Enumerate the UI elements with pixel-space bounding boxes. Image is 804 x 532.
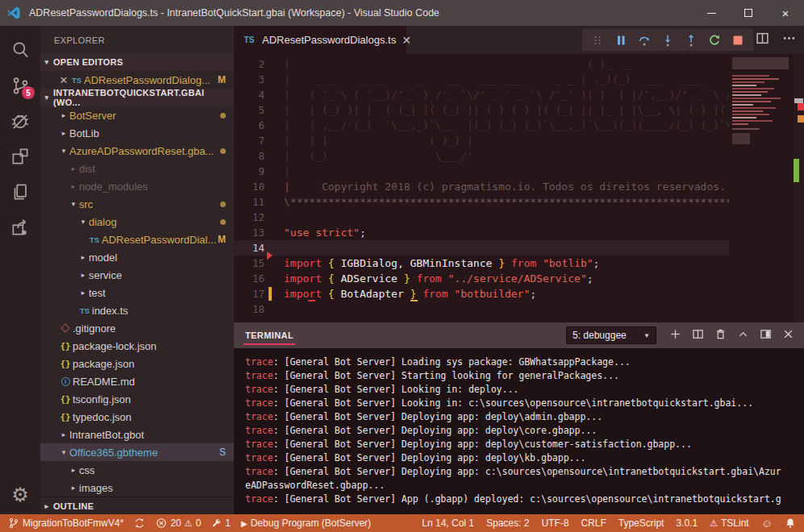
more-actions-icon[interactable]: [782, 31, 796, 48]
tree-file-index-ts[interactable]: TSindex.ts: [40, 301, 234, 319]
search-icon[interactable]: [0, 32, 40, 68]
tree-file-package-lock-json[interactable]: {}package-lock.json: [40, 337, 234, 355]
code-line[interactable]: 8| (_) \___/': [234, 148, 729, 164]
step-out-button[interactable]: [681, 31, 701, 49]
code-line[interactable]: 6| | ,__/'(_) `\__,_)`\__ |(_) (_) (_)`\…: [234, 118, 729, 133]
close-button[interactable]: ×: [767, 0, 804, 26]
code-line[interactable]: 2| ( )_ _: [234, 56, 729, 72]
stop-button[interactable]: [728, 31, 748, 49]
tree-folder-images[interactable]: ▸images: [40, 479, 234, 497]
tree-folder-src[interactable]: ▾src: [40, 195, 234, 213]
tslint-item[interactable]: ⚠ TSLint: [710, 517, 749, 529]
code-line[interactable]: 11\*************************************…: [234, 194, 729, 210]
code-line[interactable]: 14: [234, 240, 729, 256]
line-number[interactable]: 17: [234, 286, 265, 301]
code-line[interactable]: 3| _ _ _ __ _ _ __ ___ ___ _ _ | ,_)(_) …: [234, 72, 729, 87]
tree-folder-intranetbot-gbot[interactable]: ▸IntranetBot.gbot: [40, 426, 234, 443]
panel-layout-icon[interactable]: [760, 328, 772, 343]
notifications-bell-icon[interactable]: [785, 517, 796, 529]
tree-file-package-json[interactable]: {}package.json: [40, 355, 234, 372]
line-number[interactable]: 13: [234, 225, 265, 240]
code-line[interactable]: 7| | | ( )_) |: [234, 133, 729, 148]
line-number[interactable]: 2: [234, 56, 265, 72]
code-line[interactable]: 18: [234, 301, 729, 317]
tab-close-icon[interactable]: ✕: [402, 34, 411, 47]
code-lines[interactable]: 2| ( )_ _3| _ _ _ __ _ _ __ ___ ___ _ _ …: [234, 54, 729, 322]
workspace-header[interactable]: ▾ INTRANETBOTQUICKSTART.GBAI (WO...: [40, 89, 234, 106]
tree-folder-node-modules[interactable]: ▸node_modules: [40, 177, 234, 195]
tab-terminal[interactable]: TERMINAL: [244, 324, 295, 347]
tree-folder-model[interactable]: ▸model: [40, 248, 234, 266]
tree-folder-botlib[interactable]: ▸BotLib: [40, 124, 234, 142]
line-number[interactable]: 8: [234, 148, 265, 164]
minimap[interactable]: [729, 54, 794, 322]
code-line[interactable]: 10| Copyright 2018 (c) pragmatismo.io. T…: [234, 179, 729, 194]
code-editor[interactable]: 2| ( )_ _3| _ _ _ __ _ _ __ ___ ___ _ _ …: [234, 54, 804, 322]
code-line[interactable]: 4| ( '_`\ ( '__)/'_` ) /'_ `\/' _ ` _ `\…: [234, 87, 729, 102]
split-editor-icon[interactable]: [756, 31, 769, 48]
debug-status-item[interactable]: ▶ Debug Program (BotServer): [241, 517, 371, 529]
sync-item[interactable]: [134, 517, 145, 529]
documents-icon[interactable]: [0, 174, 40, 210]
indentation-item[interactable]: Spaces: 2: [486, 517, 529, 529]
code-line[interactable]: 17import { BotAdapter } from "botbuilder…: [234, 286, 729, 301]
source-control-icon[interactable]: 5: [0, 68, 40, 103]
tree-file-tsconfig-json[interactable]: {}tsconfig.json: [40, 390, 234, 408]
tree-folder-css[interactable]: ▸css: [40, 461, 234, 479]
encoding-item[interactable]: UTF-8: [541, 517, 569, 529]
problems-item[interactable]: 20 ⚠ 0: [156, 517, 201, 529]
line-number[interactable]: 15: [234, 256, 265, 271]
tree-file-gitignore[interactable]: .gitignore: [40, 319, 234, 337]
outline-header[interactable]: ▸ OUTLINE: [40, 497, 234, 514]
tree-file-typedoc-json[interactable]: {}typedoc.json: [40, 408, 234, 426]
code-line[interactable]: 12: [234, 210, 729, 225]
restart-button[interactable]: [705, 31, 724, 49]
line-number[interactable]: 5: [234, 102, 265, 118]
open-editor-item[interactable]: ✕ TS ADResetPasswordDialog... M: [40, 71, 234, 89]
line-number[interactable]: 11: [234, 194, 265, 210]
new-terminal-icon[interactable]: [669, 328, 681, 343]
feedback-smiley-icon[interactable]: ☺: [761, 517, 773, 530]
line-number[interactable]: 10: [234, 179, 265, 194]
line-number[interactable]: 4: [234, 87, 265, 102]
terminal-output[interactable]: trace: [General Bot Server] Loading sys …: [234, 348, 804, 514]
split-terminal-icon[interactable]: [692, 328, 704, 343]
tree-folder-test[interactable]: ▸test: [40, 284, 234, 301]
minimize-button[interactable]: [693, 0, 730, 26]
maximize-button[interactable]: [730, 0, 767, 26]
tree-folder-dist[interactable]: ▸dist: [40, 160, 234, 177]
line-number[interactable]: 6: [234, 118, 265, 133]
pause-button[interactable]: [611, 31, 631, 49]
tree-file-adresetpassworddial[interactable]: TSADResetPasswordDial...M: [40, 231, 234, 248]
maximize-panel-icon[interactable]: [737, 328, 749, 343]
ts-version-item[interactable]: 3.0.1: [676, 517, 698, 529]
overview-ruler[interactable]: [794, 54, 804, 322]
debug-icon[interactable]: [0, 103, 40, 139]
extensions-icon[interactable]: [0, 139, 40, 174]
tools-item[interactable]: 1: [211, 517, 231, 529]
line-number[interactable]: 9: [234, 164, 265, 179]
tree-folder-service[interactable]: ▸service: [40, 266, 234, 284]
terminal-select[interactable]: 5: debuggee ▼: [566, 326, 656, 344]
tab-adresetpassworddialogs[interactable]: TS ADResetPasswordDialogs.ts ✕: [234, 26, 406, 54]
cursor-position-item[interactable]: Ln 14, Col 1: [422, 517, 474, 529]
step-over-button[interactable]: [635, 31, 654, 49]
kill-terminal-icon[interactable]: [714, 328, 727, 343]
line-number[interactable]: 14: [234, 240, 265, 256]
open-editors-header[interactable]: ▾ OPEN EDITORS: [40, 53, 234, 71]
git-branch-item[interactable]: MigrationToBotFmwV4*: [8, 517, 123, 529]
code-line[interactable]: 5| | (_) )| | ( (_| |( (_) || ( ) ( ) |(…: [234, 102, 729, 118]
settings-gear-icon[interactable]: ⚙: [11, 485, 29, 505]
share-icon[interactable]: [0, 210, 40, 245]
tree-folder-office365-gbtheme[interactable]: ▾Office365.gbthemeS: [40, 443, 234, 461]
tree-folder-azureadpasswordreset-gba[interactable]: ▾AzureADPasswordReset.gba...: [40, 142, 234, 160]
code-line[interactable]: 13"use strict";: [234, 225, 729, 240]
close-panel-icon[interactable]: [782, 328, 794, 343]
language-mode-item[interactable]: TypeScript: [619, 517, 664, 529]
code-line[interactable]: 15import { IGBDialog, GBMinInstance } fr…: [234, 256, 729, 271]
eol-item[interactable]: CRLF: [581, 517, 606, 529]
line-number[interactable]: 7: [234, 133, 265, 148]
line-number[interactable]: 18: [234, 301, 265, 317]
step-into-button[interactable]: [658, 31, 677, 49]
toolbar-drag-handle[interactable]: [588, 31, 607, 49]
